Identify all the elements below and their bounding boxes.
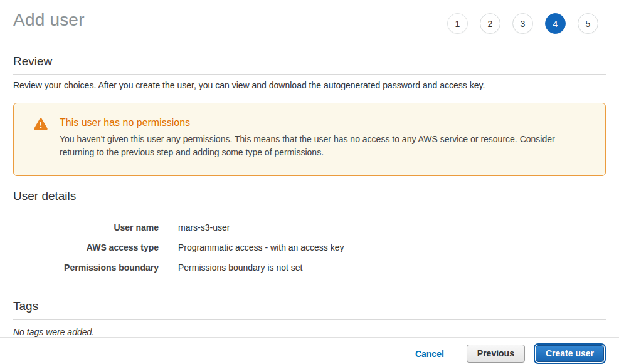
previous-button[interactable]: Previous bbox=[467, 345, 525, 363]
permissions-boundary-label: Permissions boundary bbox=[13, 263, 159, 273]
create-user-button[interactable]: Create user bbox=[536, 345, 604, 362]
warning-triangle-icon bbox=[34, 118, 48, 133]
page-title: Add user bbox=[13, 10, 85, 30]
access-type-value: Programmatic access - with an access key bbox=[178, 242, 344, 252]
step-3: 3 bbox=[512, 13, 533, 34]
detail-row-access-type: AWS access type Programmatic access - wi… bbox=[13, 237, 606, 257]
step-1: 1 bbox=[447, 13, 468, 34]
user-details-heading: User details bbox=[13, 189, 606, 203]
warning-body: You haven't given this user any permissi… bbox=[60, 133, 586, 159]
user-details-section: User details User name mars-s3-user AWS … bbox=[0, 189, 619, 278]
step-2: 2 bbox=[480, 13, 500, 34]
step-5: 5 bbox=[578, 13, 598, 34]
tags-heading: Tags bbox=[13, 299, 606, 313]
tags-empty-message: No tags were added. bbox=[13, 327, 606, 337]
wizard-header: Add user 1 2 3 4 5 bbox=[0, 0, 619, 34]
tags-divider bbox=[13, 319, 606, 320]
review-heading: Review bbox=[13, 55, 606, 68]
user-details-rows: User name mars-s3-user AWS access type P… bbox=[13, 217, 606, 278]
step-4-active: 4 bbox=[545, 13, 566, 34]
cancel-button[interactable]: Cancel bbox=[415, 349, 444, 359]
review-section: Review Review your choices. After you cr… bbox=[0, 55, 619, 90]
detail-row-permissions-boundary: Permissions boundary Permissions boundar… bbox=[13, 257, 606, 278]
review-divider bbox=[13, 74, 606, 75]
access-type-label: AWS access type bbox=[13, 242, 159, 252]
warning-text: This user has no permissions You haven't… bbox=[60, 117, 586, 159]
user-name-label: User name bbox=[13, 222, 159, 232]
review-description: Review your choices. After you create th… bbox=[13, 80, 606, 90]
tags-section: Tags No tags were added. bbox=[0, 299, 619, 337]
user-details-divider bbox=[13, 209, 606, 209]
wizard-footer: Cancel Previous Create user bbox=[0, 337, 619, 364]
add-user-wizard-page: Add user 1 2 3 4 5 Review Review your ch… bbox=[0, 0, 619, 364]
no-permissions-warning: This user has no permissions You haven't… bbox=[13, 103, 606, 176]
create-user-button-focus-ring[interactable]: Create user bbox=[534, 343, 606, 364]
step-indicator: 1 2 3 4 5 bbox=[447, 13, 598, 34]
detail-row-user-name: User name mars-s3-user bbox=[13, 217, 606, 237]
warning-title: This user has no permissions bbox=[60, 117, 586, 128]
permissions-boundary-value: Permissions boundary is not set bbox=[178, 263, 302, 273]
user-name-value: mars-s3-user bbox=[178, 222, 230, 232]
